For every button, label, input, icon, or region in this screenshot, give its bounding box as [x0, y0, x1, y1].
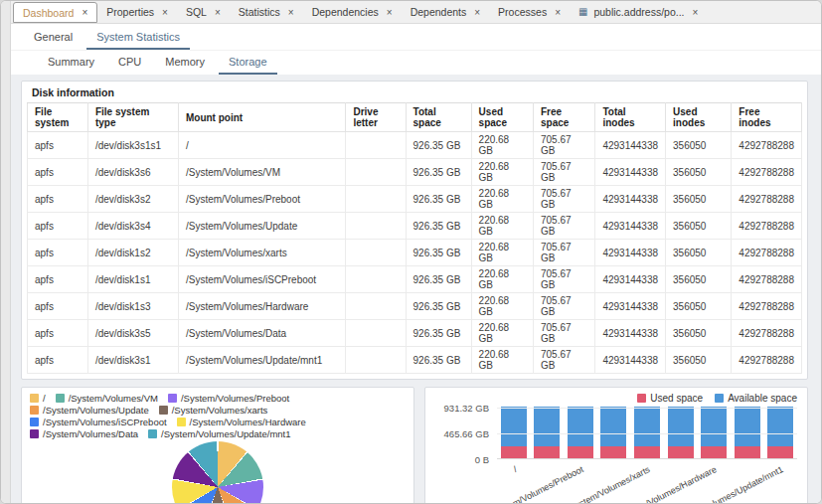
- disk-information-title: Disk information: [22, 82, 807, 102]
- disk-table-cell: 356050: [666, 186, 732, 213]
- disk-column-drive-letter: Drive letter: [346, 103, 406, 132]
- close-tab-icon[interactable]: ×: [80, 7, 87, 18]
- disk-column-file-system: File system: [28, 103, 88, 132]
- browser-panel-edge[interactable]: [1, 1, 11, 503]
- disk-table-row: apfs/dev/disk3s4/System/Volumes/Update92…: [28, 213, 802, 240]
- disk-table-cell: 705.67 GB: [534, 266, 595, 293]
- disk-table-cell: 4293144338: [595, 240, 666, 266]
- nav-tab-storage[interactable]: Storage: [219, 52, 277, 75]
- close-tab-icon[interactable]: ×: [286, 7, 294, 18]
- disk-table-cell: /dev/disk3s1s1: [87, 132, 178, 159]
- gridline: [497, 433, 797, 434]
- pie-legend-label: /System/Volumes/iSCPreboot: [43, 417, 167, 427]
- window-tab-label: Dashboard: [23, 7, 74, 19]
- close-tab-icon[interactable]: ×: [160, 7, 168, 18]
- disk-table-cell: 4293144338: [595, 186, 666, 213]
- disk-table-cell: 4293144338: [595, 347, 666, 374]
- bar-x-tick-label: /: [424, 464, 518, 503]
- disk-table-cell: /dev/disk1s3: [87, 293, 178, 320]
- pie-legend-label: /: [43, 393, 46, 404]
- legend-swatch: [168, 394, 177, 403]
- disk-table-cell: 705.67 GB: [534, 240, 595, 266]
- disk-table-cell: 220.68 GB: [471, 347, 533, 374]
- disk-table-row: apfs/dev/disk3s5/System/Volumes/Data926.…: [28, 320, 802, 347]
- window-tab-properties[interactable]: Properties×: [97, 1, 177, 23]
- used-space-segment: [534, 446, 560, 458]
- dashboard-nav-tabs: GeneralSystem Statistics: [11, 24, 821, 51]
- available-space-segment: [501, 407, 527, 445]
- bar-chart-area: 931.32 GB465.66 GB0 B //System/Volumes/P…: [435, 408, 797, 460]
- disk-table-cell: /System/Volumes/Update: [178, 213, 345, 240]
- window-tab-dependencies[interactable]: Dependencies×: [303, 1, 402, 23]
- disk-table-cell: 220.68 GB: [471, 213, 533, 240]
- bar-chart-plot: [497, 408, 797, 459]
- disk-table-cell: 926.35 GB: [406, 266, 471, 293]
- disk-table-cell: /dev/disk3s4: [87, 213, 178, 240]
- close-tab-icon[interactable]: ×: [691, 7, 699, 18]
- close-tab-icon[interactable]: ×: [385, 7, 393, 18]
- pie-legend-item: /System/Volumes/Preboot: [168, 393, 289, 404]
- pie-legend-item: /System/Volumes/Update: [30, 405, 149, 416]
- window-tab-label: Processes: [498, 6, 547, 18]
- available-space-segment: [701, 407, 727, 445]
- disk-column-file-system-type: File system type: [87, 103, 178, 132]
- legend-swatch: [30, 429, 39, 438]
- legend-swatch: [148, 429, 157, 438]
- used-space-segment: [668, 446, 694, 458]
- disk-table-cell: /System/Volumes/Data: [178, 320, 345, 347]
- disk-table-cell: apfs: [28, 347, 88, 374]
- system-statistics-nav-tabs: SummaryCPUMemoryStorage: [11, 51, 821, 75]
- legend-swatch: [637, 394, 646, 403]
- disk-table-cell: 4293144338: [595, 213, 666, 240]
- disk-table-row: apfs/dev/disk3s6/System/Volumes/VM926.35…: [28, 159, 802, 186]
- window-tab-public-address-po[interactable]: ▦public.address/po...×: [570, 1, 707, 23]
- window-tab-label: Dependents: [411, 6, 467, 18]
- window-tab-statistics[interactable]: Statistics×: [230, 1, 303, 23]
- nav-tab-cpu[interactable]: CPU: [108, 52, 151, 75]
- disk-table-cell: 4292788288: [732, 132, 802, 159]
- nav-tab-memory[interactable]: Memory: [155, 52, 215, 75]
- bar-legend-item-available-space: Available space: [715, 393, 797, 404]
- pie-legend-label: /System/Volumes/xarts: [172, 405, 268, 416]
- disk-table-cell: /System/Volumes/xarts: [178, 240, 345, 266]
- disk-table-row: apfs/dev/disk3s1/System/Volumes/Update/m…: [28, 347, 802, 374]
- used-space-segment: [634, 446, 660, 458]
- window-tab-sql[interactable]: SQL×: [177, 1, 230, 23]
- nav-tab-general[interactable]: General: [24, 27, 82, 50]
- disk-information-table: File systemFile system typeMount pointDr…: [27, 102, 802, 374]
- disk-table-cell: 4292788288: [732, 266, 802, 293]
- disk-table-cell: apfs: [28, 320, 88, 347]
- disk-table-cell: 356050: [666, 213, 732, 240]
- pie-legend-label: /System/Volumes/Hardware: [190, 417, 306, 427]
- nav-tab-system-statistics[interactable]: System Statistics: [86, 27, 190, 50]
- close-tab-icon[interactable]: ×: [472, 7, 480, 18]
- disk-table-cell: [346, 266, 406, 293]
- disk-table-cell: 4293144338: [595, 266, 666, 293]
- pie-legend-label: /System/Volumes/Data: [43, 428, 138, 439]
- disk-table-cell: 356050: [666, 347, 732, 374]
- disk-table-cell: /dev/disk1s2: [87, 240, 178, 266]
- used-space-pie-chart: [172, 441, 263, 503]
- window-tab-label: Properties: [106, 6, 154, 18]
- close-tab-icon[interactable]: ×: [553, 7, 561, 18]
- window-tab-dependents[interactable]: Dependents×: [402, 1, 489, 23]
- disk-table-cell: 356050: [666, 293, 732, 320]
- disk-table-cell: 926.35 GB: [406, 132, 471, 159]
- disk-table-cell: 220.68 GB: [471, 240, 533, 266]
- window-tab-bar: Dashboard×Properties×SQL×Statistics×Depe…: [11, 1, 821, 24]
- bar-legend-label: Used space: [650, 393, 703, 404]
- disk-table-cell: 4292788288: [732, 320, 802, 347]
- pie-legend-label: /System/Volumes/Update: [43, 405, 149, 416]
- window-tab-processes[interactable]: Processes×: [489, 1, 570, 23]
- disk-table-cell: /System/Volumes/VM: [178, 159, 345, 186]
- nav-tab-summary[interactable]: Summary: [38, 52, 104, 75]
- disk-table-cell: [346, 240, 406, 266]
- close-tab-icon[interactable]: ×: [213, 7, 221, 18]
- disk-table-cell: apfs: [28, 266, 88, 293]
- disk-table-cell: 705.67 GB: [534, 186, 595, 213]
- window-tab-dashboard[interactable]: Dashboard×: [13, 2, 97, 23]
- window-tab-label: public.address/po...: [593, 6, 684, 18]
- disk-column-free-space: Free space: [534, 103, 595, 132]
- available-space-segment: [568, 407, 593, 445]
- used-space-segment: [568, 446, 593, 458]
